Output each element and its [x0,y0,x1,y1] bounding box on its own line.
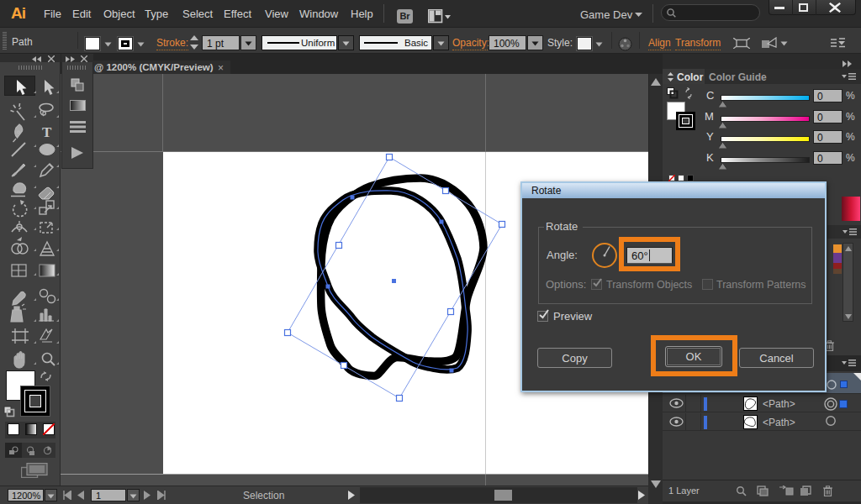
svg-text:T: T [42,124,52,140]
